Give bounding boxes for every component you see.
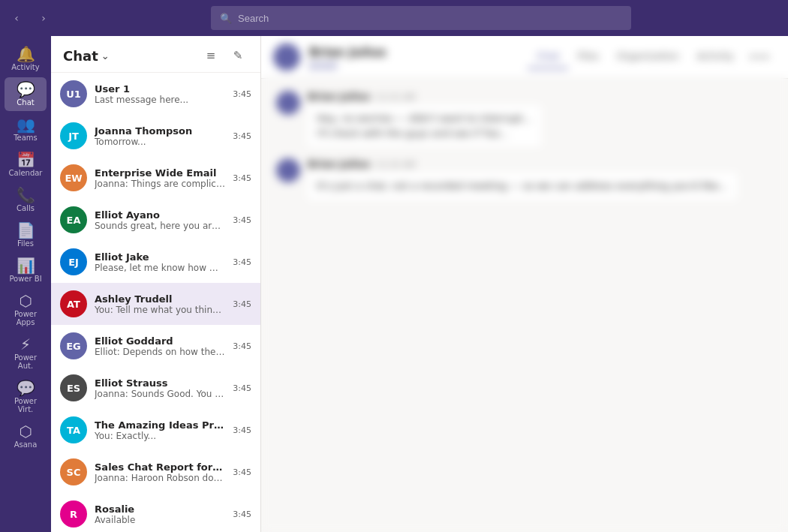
tab-activity[interactable]: Activity [688,46,743,69]
chat-list-item-10[interactable]: SC Sales Chat Report for 2020 Joanna: Ha… [51,451,260,493]
sidebar-item-activity[interactable]: 🔔 Activity [5,42,47,76]
poweraut-icon: ⚡ [20,337,31,352]
chat-item-name-10: Sales Chat Report for 2020 [95,461,225,473]
tab-organization[interactable]: Organization [608,46,688,69]
new-chat-button[interactable]: ✎ [227,45,248,66]
sidebar-item-poweraut[interactable]: ⚡ Power Aut. [5,332,47,374]
chat-list-item-1[interactable]: U1 User 1 Last message here... 3:45 [51,73,260,115]
sidebar-label-powerapps: Power Apps [8,310,44,326]
tab-chat[interactable]: Chat [528,46,568,69]
chat-item-name-4: Elliot Ayano [95,209,225,221]
chat-item-time-3: 3:45 [233,173,251,183]
sidebar-item-calls[interactable]: 📞 Calls [5,183,47,217]
chat-list-item-4[interactable]: EA Elliot Ayano Sounds great, here you a… [51,199,260,241]
chat-item-content-6: Ashley Trudell You: Tell me what you thi… [95,293,225,315]
sidebar-item-chat[interactable]: 💬 Chat [5,77,47,111]
chat-header: Brian Julius Joined Chat Files Organizat… [261,36,788,79]
chat-item-content-5: Elliot Jake Please, let me know how many… [95,251,225,273]
chat-tabs: Chat Files Organization Activity ••• [528,46,776,69]
message-text-2: It's just a chat, not a recorded meeting… [308,173,737,200]
message-content-2: Brian Julius 11:32 AM It's just a chat, … [308,158,773,200]
chat-header-info: Brian Julius Joined [309,45,519,70]
chat-list-items: U1 User 1 Last message here... 3:45 JT J… [51,73,260,532]
chat-item-name-7: Elliot Goddard [95,335,225,347]
chat-item-preview-2: Tomorrow... [95,137,225,147]
sidebar-item-asana[interactable]: ⬡ Asana [5,419,47,453]
chat-item-content-8: Elliot Strauss Joanna: Sounds Good. You … [95,377,225,399]
chat-item-content-4: Elliot Ayano Sounds great, here you are … [95,209,225,231]
sidebar-label-teams: Teams [14,134,38,142]
chat-item-content-10: Sales Chat Report for 2020 Joanna: Haroo… [95,461,225,483]
chat-item-preview-8: Joanna: Sounds Good. You are good with t… [95,389,225,399]
chat-item-time-5: 3:45 [233,257,251,267]
chat-list-item-11[interactable]: R Rosalie Available 3:45 [51,493,260,532]
search-bar: 🔍 [211,6,631,30]
chat-item-avatar-7: EG [60,332,87,359]
powerbi-icon: 📊 [17,258,35,273]
chat-item-time-7: 3:45 [233,341,251,351]
chat-item-avatar-1: U1 [60,80,87,107]
sidebar-label-poweraut: Power Aut. [8,353,44,370]
message-time-1: 11:31 AM [376,92,415,102]
sidebar-item-teams[interactable]: 👥 Teams [5,113,47,146]
tabs-more-button[interactable]: ••• [743,46,776,69]
chat-icon: 💬 [17,82,35,97]
message-group-1: Brian Julius 11:31 AM Hey, no worries — … [276,91,773,146]
sidebar-item-calendar[interactable]: 📅 Calendar [5,148,47,182]
chat-item-name-1: User 1 [95,83,225,95]
powervirt-icon: 💬 [17,380,35,395]
chat-item-preview-1: Last message here... [95,95,225,105]
sidebar-item-powervirt[interactable]: 💬 Power Virt. [5,376,47,418]
chat-item-preview-3: Joanna: Things are complicated today — I… [95,179,225,189]
chat-item-time-6: 3:45 [233,299,251,309]
sidebar-label-calendar: Calendar [9,169,43,177]
message-time-2: 11:32 AM [376,160,415,170]
contact-status[interactable]: Joined [309,59,519,70]
chat-item-time-2: 3:45 [233,131,251,141]
header-actions: ≡ ✎ [200,45,248,66]
contact-name: Brian Julius [309,45,519,59]
sidebar-item-powerbi[interactable]: 📊 Power BI [5,254,47,287]
chat-item-meta-11: 3:45 [233,509,251,519]
filter-button[interactable]: ≡ [200,45,221,66]
search-icon: 🔍 [220,13,232,24]
chat-item-avatar-11: R [60,500,87,527]
chat-item-content-11: Rosalie Available [95,503,225,525]
chat-item-time-11: 3:45 [233,509,251,519]
main-layout: 🔔 Activity 💬 Chat 👥 Teams 📅 Calendar 📞 C… [0,36,788,532]
chat-item-content-1: User 1 Last message here... [95,83,225,105]
chat-list-item-3[interactable]: EW Enterprise Wide Email Joanna: Things … [51,157,260,199]
chat-list-title[interactable]: Chat ⌄ [63,48,110,64]
chat-item-preview-4: Sounds great, here you are asked to tomo… [95,221,225,231]
sidebar-item-files[interactable]: 📄 Files [5,218,47,252]
chat-item-content-7: Elliot Goddard Elliot: Depends on how th… [95,335,225,357]
top-bar: ‹ › 🔍 [0,0,788,36]
chat-item-avatar-5: EJ [60,248,87,275]
chat-list-item-2[interactable]: JT Joanna Thompson Tomorrow... 3:45 [51,115,260,157]
chat-item-preview-6: You: Tell me what you think of this... [95,305,225,315]
chat-item-preview-5: Please, let me know how many days to tod… [95,263,225,273]
chat-list-item-6[interactable]: AT Ashley Trudell You: Tell me what you … [51,283,260,325]
back-button[interactable]: ‹ [6,8,27,29]
chat-item-meta-6: 3:45 [233,299,251,309]
tab-files[interactable]: Files [568,46,608,69]
teams-icon: 👥 [17,117,35,132]
chat-item-avatar-9: TA [60,416,87,443]
chat-item-preview-10: Joanna: Haroon Robson do you think every… [95,473,225,483]
chat-item-preview-11: Available [95,515,225,525]
sidebar-label-calls: Calls [17,204,35,212]
message-group-2: Brian Julius 11:32 AM It's just a chat, … [276,158,773,200]
chat-list-item-7[interactable]: EG Elliot Goddard Elliot: Depends on how… [51,325,260,367]
sidebar-item-powerapps[interactable]: ⬡ Power Apps [5,289,47,331]
chat-list-item-9[interactable]: TA The Amazing Ideas Proposal You: Exact… [51,409,260,451]
chat-list-item-8[interactable]: ES Elliot Strauss Joanna: Sounds Good. Y… [51,367,260,409]
chat-item-time-1: 3:45 [233,89,251,99]
sidebar-label-powerbi: Power BI [9,275,41,283]
forward-button[interactable]: › [33,8,54,29]
chat-list-panel: Chat ⌄ ≡ ✎ U1 User 1 Last message here..… [51,36,261,532]
chat-list-item-5[interactable]: EJ Elliot Jake Please, let me know how m… [51,241,260,283]
chat-item-meta-10: 3:45 [233,467,251,477]
search-input[interactable] [238,13,622,24]
contact-avatar [273,44,300,71]
powerapps-icon: ⬡ [19,293,32,308]
